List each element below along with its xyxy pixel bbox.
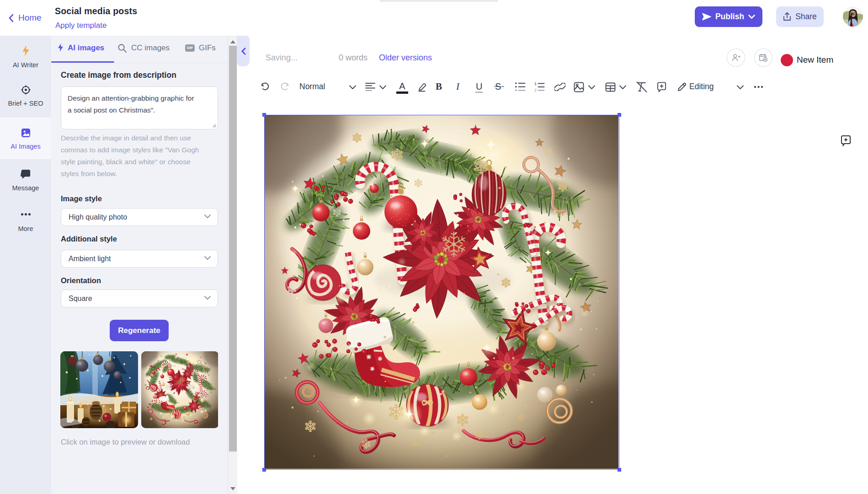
svg-text:1: 1 xyxy=(534,82,537,86)
svg-text:2: 2 xyxy=(534,88,537,92)
